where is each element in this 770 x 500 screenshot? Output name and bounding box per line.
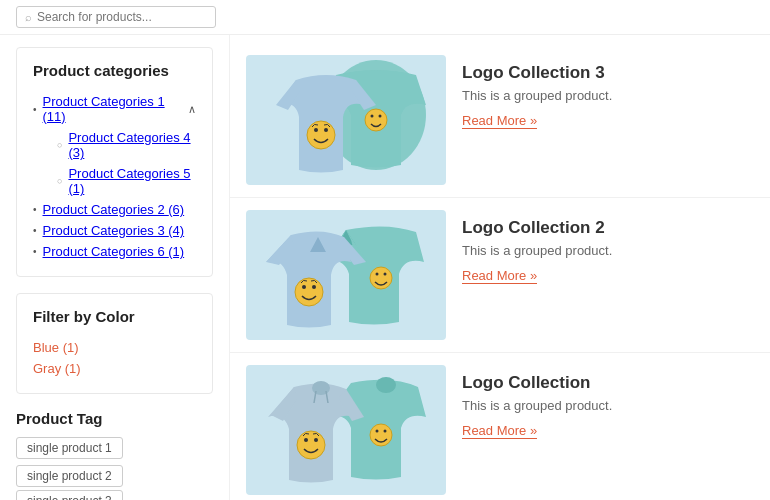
product-row-1: Logo Collection 3 This is a grouped prod… bbox=[230, 43, 770, 198]
product-title-3: Logo Collection bbox=[462, 373, 738, 393]
category-item-5[interactable]: ○ Product Categories 5 (1) bbox=[33, 163, 196, 199]
category-item-4[interactable]: ○ Product Categories 4 (3) bbox=[33, 127, 196, 163]
sidebar: Product categories • Product Categories … bbox=[0, 35, 230, 500]
search-input[interactable] bbox=[37, 10, 207, 24]
category-link-3[interactable]: Product Categories 3 (4) bbox=[43, 223, 185, 238]
product-info-3: Logo Collection This is a grouped produc… bbox=[446, 365, 754, 495]
top-bar: ⌕ bbox=[0, 0, 770, 35]
tag-single-product-3[interactable]: single product 3 bbox=[16, 490, 123, 500]
category-link-6[interactable]: Product Categories 6 (1) bbox=[43, 244, 185, 259]
svg-point-3 bbox=[324, 128, 328, 132]
category-count-1: (11) bbox=[43, 109, 66, 124]
categories-card: Product categories • Product Categories … bbox=[16, 47, 213, 277]
svg-point-9 bbox=[312, 285, 316, 289]
svg-point-14 bbox=[312, 381, 330, 395]
circle-icon-4: ○ bbox=[57, 140, 62, 150]
search-box[interactable]: ⌕ bbox=[16, 6, 216, 28]
bullet-icon-1: • bbox=[33, 104, 37, 115]
product-title-2: Logo Collection 2 bbox=[462, 218, 738, 238]
category-count-6: (1) bbox=[168, 244, 184, 259]
tag-single-product-2[interactable]: single product 2 bbox=[16, 465, 123, 487]
category-count-5: (1) bbox=[68, 181, 84, 196]
bullet-icon-3: • bbox=[33, 225, 37, 236]
category-link-4[interactable]: Product Categories 4 (3) bbox=[68, 130, 196, 160]
search-icon: ⌕ bbox=[25, 11, 32, 23]
chevron-up-icon: ∧ bbox=[188, 103, 196, 116]
product-title-1: Logo Collection 3 bbox=[462, 63, 738, 83]
svg-point-18 bbox=[304, 438, 308, 442]
circle-icon-5: ○ bbox=[57, 176, 62, 186]
svg-point-4 bbox=[365, 109, 387, 131]
svg-point-12 bbox=[384, 273, 387, 276]
svg-point-7 bbox=[295, 278, 323, 306]
bullet-icon-6: • bbox=[33, 246, 37, 257]
product-thumbnail-3 bbox=[246, 365, 446, 495]
product-desc-2: This is a grouped product. bbox=[462, 243, 738, 258]
svg-point-19 bbox=[314, 438, 318, 442]
bullet-icon-2: • bbox=[33, 204, 37, 215]
svg-point-22 bbox=[384, 430, 387, 433]
main-layout: Product categories • Product Categories … bbox=[0, 35, 770, 500]
content-area: Logo Collection 3 This is a grouped prod… bbox=[230, 35, 770, 500]
svg-point-6 bbox=[379, 115, 382, 118]
color-gray[interactable]: Gray (1) bbox=[33, 358, 196, 379]
read-more-1[interactable]: Read More » bbox=[462, 113, 537, 129]
product-info-1: Logo Collection 3 This is a grouped prod… bbox=[446, 55, 754, 185]
product-list: Logo Collection 3 This is a grouped prod… bbox=[230, 43, 770, 500]
category-item-6[interactable]: • Product Categories 6 (1) bbox=[33, 241, 196, 262]
filter-color-title: Filter by Color bbox=[33, 308, 196, 325]
product-row-3: Logo Collection This is a grouped produc… bbox=[230, 353, 770, 500]
category-link-2[interactable]: Product Categories 2 (6) bbox=[43, 202, 185, 217]
product-tag-section: Product Tag single product 1 single prod… bbox=[16, 410, 213, 500]
product-info-2: Logo Collection 2 This is a grouped prod… bbox=[446, 210, 754, 340]
product-desc-3: This is a grouped product. bbox=[462, 398, 738, 413]
svg-point-2 bbox=[314, 128, 318, 132]
color-blue[interactable]: Blue (1) bbox=[33, 337, 196, 358]
read-more-3[interactable]: Read More » bbox=[462, 423, 537, 439]
category-item-3[interactable]: • Product Categories 3 (4) bbox=[33, 220, 196, 241]
svg-point-21 bbox=[376, 430, 379, 433]
category-count-3: (4) bbox=[168, 223, 184, 238]
svg-point-11 bbox=[376, 273, 379, 276]
category-count-2: (6) bbox=[168, 202, 184, 217]
filter-color-card: Filter by Color Blue (1) Gray (1) bbox=[16, 293, 213, 394]
product-desc-1: This is a grouped product. bbox=[462, 88, 738, 103]
svg-point-8 bbox=[302, 285, 306, 289]
category-link-5[interactable]: Product Categories 5 (1) bbox=[68, 166, 196, 196]
read-more-2[interactable]: Read More » bbox=[462, 268, 537, 284]
category-item-1[interactable]: • Product Categories 1 (11) ∧ bbox=[33, 91, 196, 127]
tags-row: single product 1 single product 2 bbox=[16, 437, 213, 487]
tag-single-product-1[interactable]: single product 1 bbox=[16, 437, 123, 459]
product-thumbnail-1 bbox=[246, 55, 446, 185]
product-tag-title: Product Tag bbox=[16, 410, 213, 427]
svg-point-5 bbox=[371, 115, 374, 118]
category-count-4: (3) bbox=[68, 145, 84, 160]
svg-point-17 bbox=[297, 431, 325, 459]
product-row-2: Logo Collection 2 This is a grouped prod… bbox=[230, 198, 770, 353]
categories-title: Product categories bbox=[33, 62, 196, 79]
product-thumbnail-2 bbox=[246, 210, 446, 340]
category-item-2[interactable]: • Product Categories 2 (6) bbox=[33, 199, 196, 220]
svg-point-1 bbox=[307, 121, 335, 149]
svg-point-13 bbox=[376, 377, 396, 393]
category-link-1[interactable]: Product Categories 1 (11) bbox=[43, 94, 188, 124]
